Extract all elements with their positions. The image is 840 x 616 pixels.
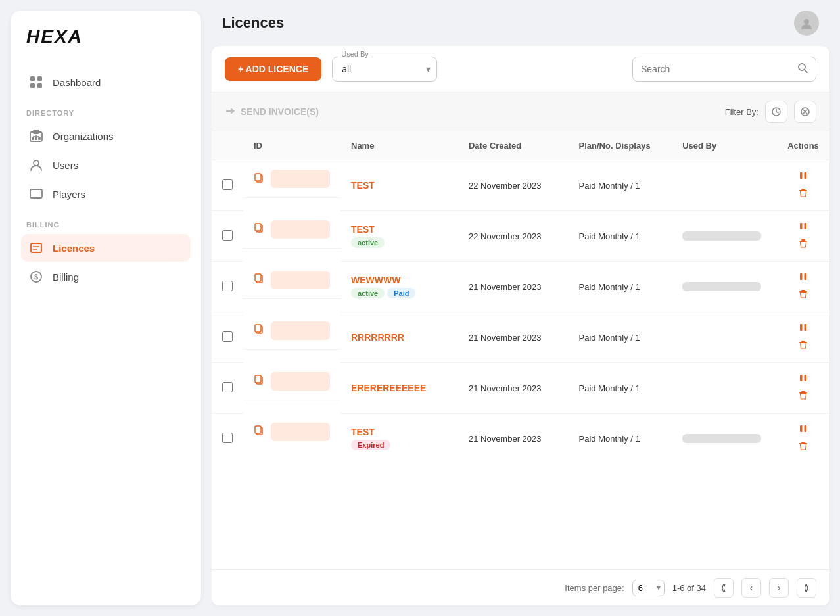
licences-table: ID Name Date Created Plan/No. Displays U…: [212, 131, 829, 463]
first-page-button[interactable]: ⟪: [714, 578, 734, 598]
send-invoice-label: SEND INVOICE(S): [241, 107, 319, 117]
status-badge: active: [351, 288, 385, 298]
toolbar: + ADD LICENCE Used By all organizations …: [212, 46, 829, 93]
row-plan: Paid Monthly / 1: [569, 363, 672, 414]
svg-rect-44: [804, 273, 806, 280]
col-name: Name: [340, 131, 458, 160]
delete-button[interactable]: [796, 187, 810, 201]
svg-rect-49: [800, 324, 803, 331]
row-plan: Paid Monthly / 1: [569, 262, 672, 312]
last-page-button[interactable]: ⟫: [797, 578, 816, 598]
licences-icon: [29, 241, 43, 255]
row-name: TEST: [351, 427, 448, 437]
row-checkbox[interactable]: [222, 382, 233, 392]
content-panel: + ADD LICENCE Used By all organizations …: [212, 46, 829, 605]
users-label: Users: [53, 160, 78, 171]
delete-button[interactable]: [796, 237, 810, 252]
table-container: ID Name Date Created Plan/No. Displays U…: [212, 131, 829, 569]
status-badge: Expired: [351, 440, 390, 450]
directory-section-label: DIRECTORY: [26, 109, 191, 117]
table-row: EREREREEEEEE21 November 2023Paid Monthly…: [212, 363, 829, 414]
pause-button[interactable]: [796, 220, 810, 235]
pause-button[interactable]: [796, 271, 810, 285]
svg-rect-9: [38, 137, 41, 140]
svg-rect-1: [37, 76, 42, 81]
organizations-label: Organizations: [53, 131, 114, 142]
copy-id-button[interactable]: [254, 222, 264, 236]
items-per-page-label: Items per page:: [565, 583, 624, 593]
status-badge: Paid: [387, 288, 415, 298]
svg-rect-60: [255, 426, 261, 433]
pause-button[interactable]: [796, 423, 810, 437]
players-icon: [29, 187, 43, 201]
main-content: Licences + ADD LICENCE Used By all organ…: [212, 0, 840, 616]
svg-rect-2: [30, 83, 35, 88]
add-licence-button[interactable]: + ADD LICENCE: [225, 57, 321, 81]
sidebar-item-users[interactable]: Users: [21, 151, 191, 179]
copy-id-button[interactable]: [254, 323, 264, 337]
sidebar-item-licences[interactable]: Licences: [21, 234, 191, 262]
svg-rect-38: [804, 223, 806, 229]
sidebar-item-players[interactable]: Players: [21, 180, 191, 208]
filter-clock-button[interactable]: [765, 101, 787, 123]
copy-id-button[interactable]: [254, 273, 264, 287]
svg-rect-34: [801, 189, 805, 190]
delete-button[interactable]: [796, 440, 810, 454]
delete-button[interactable]: [796, 339, 810, 353]
row-name: TEST: [351, 180, 448, 191]
svg-rect-46: [801, 290, 805, 291]
svg-rect-32: [804, 172, 806, 179]
copy-id-button[interactable]: [254, 172, 264, 186]
per-page-select[interactable]: 6 12 24 48: [632, 580, 665, 596]
delete-button[interactable]: [796, 389, 810, 404]
pause-button[interactable]: [796, 372, 810, 387]
prev-page-button[interactable]: ‹: [741, 578, 761, 598]
filter-by-label: Filter By:: [725, 107, 758, 117]
status-badge: active: [351, 237, 385, 248]
sidebar-item-billing[interactable]: $ Billing: [21, 263, 191, 291]
svg-rect-15: [31, 243, 41, 252]
used-by-bar: [682, 434, 761, 443]
row-checkbox[interactable]: [222, 331, 233, 342]
row-date: 21 November 2023: [458, 312, 569, 363]
used-by-select[interactable]: all organizations players: [332, 57, 437, 82]
row-checkbox[interactable]: [222, 179, 233, 190]
svg-rect-0: [30, 76, 35, 81]
sidebar-item-dashboard[interactable]: Dashboard: [21, 68, 191, 96]
page-info: 1-6 of 34: [672, 583, 706, 593]
send-invoice-button[interactable]: SEND INVOICE(S): [225, 106, 319, 118]
table-row: RRRRRRRR21 November 2023Paid Monthly / 1: [212, 312, 829, 363]
sidebar-item-organizations[interactable]: Organizations: [21, 122, 191, 150]
row-date: 21 November 2023: [458, 363, 569, 414]
svg-point-11: [34, 160, 39, 166]
topbar: Licences: [212, 11, 829, 46]
copy-id-button[interactable]: [254, 425, 264, 438]
delete-button[interactable]: [796, 288, 810, 302]
per-page-wrap: 6 12 24 48 ▾: [632, 580, 665, 596]
players-label: Players: [53, 189, 85, 200]
svg-rect-3: [37, 83, 42, 88]
next-page-button[interactable]: ›: [769, 578, 789, 598]
pause-button[interactable]: [796, 170, 810, 184]
svg-line-25: [776, 112, 778, 113]
users-icon: [29, 158, 43, 172]
col-usedby: Used By: [672, 131, 777, 160]
col-actions: Actions: [777, 131, 829, 160]
copy-id-button[interactable]: [254, 374, 264, 388]
used-by-bar: [682, 231, 761, 241]
svg-rect-52: [801, 341, 805, 342]
pause-button[interactable]: [796, 321, 810, 336]
search-input[interactable]: [641, 64, 792, 74]
row-checkbox[interactable]: [222, 281, 233, 291]
avatar[interactable]: [794, 11, 819, 36]
col-date: Date Created: [458, 131, 569, 160]
sidebar: HEXA Dashboard DIRECTORY Organi: [11, 11, 201, 605]
row-checkbox[interactable]: [222, 433, 233, 443]
licences-label: Licences: [53, 243, 95, 254]
filter-cancel-button[interactable]: [794, 101, 816, 123]
svg-rect-10: [35, 137, 37, 140]
row-plan: Paid Monthly / 1: [569, 160, 672, 211]
row-date: 22 November 2023: [458, 211, 569, 262]
row-checkbox[interactable]: [222, 230, 233, 241]
search-box: [632, 57, 816, 82]
